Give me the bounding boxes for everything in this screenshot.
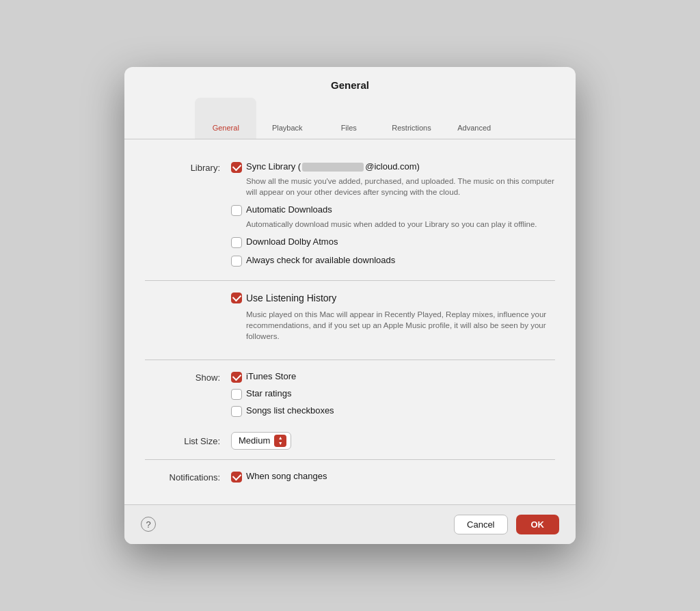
star-ratings-row: Star ratings (231, 388, 555, 400)
footer: ? Cancel OK (124, 504, 576, 544)
notifications-section: Notifications: When song changes (145, 463, 555, 491)
divider-3 (145, 459, 555, 460)
songs-list-label: Songs list checkboxes (246, 405, 334, 417)
help-button[interactable]: ? (141, 517, 156, 532)
dolby-atmos-label: Download Dolby Atmos (246, 236, 338, 248)
auto-downloads-description: Automatically download music when added … (246, 219, 555, 230)
toolbar: General Playback Files (124, 91, 576, 139)
listening-history-empty-label (145, 292, 220, 293)
show-content: iTunes Store Star ratings Songs list che… (231, 371, 555, 420)
show-section: Show: iTunes Store Star ratings Songs li… (145, 363, 555, 428)
sync-library-row: Sync Library (@icloud.com) (231, 161, 555, 173)
list-size-value: Medium (239, 435, 270, 446)
songs-list-checkbox[interactable] (231, 406, 242, 417)
tab-general-label: General (213, 124, 239, 132)
sync-library-description: Show all the music you've added, purchas… (246, 176, 555, 198)
dolby-atmos-checkbox[interactable] (231, 237, 242, 248)
ok-button[interactable]: OK (516, 515, 560, 534)
itunes-store-label: iTunes Store (246, 371, 296, 383)
when-song-changes-checkbox[interactable] (231, 472, 242, 483)
listening-history-description: Music played on this Mac will appear in … (246, 309, 555, 342)
library-label: Library: (145, 161, 220, 173)
itunes-store-row: iTunes Store (231, 371, 555, 383)
when-song-changes-label: When song changes (246, 471, 327, 483)
title-text: General (331, 79, 369, 91)
content-area: Library: Sync Library (@icloud.com) Show… (124, 139, 576, 504)
listening-history-label: Use Listening History (246, 292, 336, 304)
auto-downloads-row: Automatic Downloads (231, 204, 555, 216)
listening-history-section: Use Listening History Music played on th… (145, 284, 555, 356)
songs-list-row: Songs list checkboxes (231, 405, 555, 417)
email-blur (302, 163, 364, 172)
notifications-label: Notifications: (145, 471, 220, 483)
tab-restrictions-label: Restrictions (392, 124, 431, 132)
tab-restrictions[interactable]: Restrictions (379, 98, 443, 139)
list-size-select[interactable]: Medium (231, 432, 291, 450)
tab-playback-label: Playback (272, 124, 303, 132)
divider-2 (145, 359, 555, 360)
footer-buttons: Cancel OK (454, 515, 559, 534)
always-check-label: Always check for available downloads (246, 255, 395, 267)
list-size-content: Medium (231, 432, 555, 450)
tab-files[interactable]: Files (318, 98, 379, 139)
sync-library-label: Sync Library (@icloud.com) (246, 161, 420, 173)
dolby-atmos-row: Download Dolby Atmos (231, 236, 555, 248)
tab-files-label: Files (341, 124, 357, 132)
notifications-content: When song changes (231, 471, 555, 485)
window-title: General (124, 67, 576, 91)
star-ratings-label: Star ratings (246, 388, 291, 400)
itunes-store-checkbox[interactable] (231, 372, 242, 383)
tab-advanced-label: Advanced (457, 124, 491, 132)
listening-history-content: Use Listening History Music played on th… (231, 292, 555, 348)
always-check-row: Always check for available downloads (231, 255, 555, 267)
star-ratings-checkbox[interactable] (231, 389, 242, 400)
divider-1 (145, 280, 555, 281)
preferences-dialog: General General Playback (124, 67, 576, 544)
tab-advanced[interactable]: Advanced (444, 98, 505, 139)
listening-history-row: Use Listening History (231, 292, 555, 304)
list-size-arrow (274, 435, 286, 447)
library-content: Sync Library (@icloud.com) Show all the … (231, 161, 555, 269)
auto-downloads-label: Automatic Downloads (246, 204, 332, 216)
tab-playback[interactable]: Playback (256, 98, 318, 139)
show-label: Show: (145, 371, 220, 383)
cancel-button[interactable]: Cancel (454, 515, 507, 534)
list-size-label: List Size: (145, 435, 220, 446)
listening-history-checkbox[interactable] (231, 293, 242, 303)
sync-library-checkbox[interactable] (231, 162, 242, 173)
library-section: Library: Sync Library (@icloud.com) Show… (145, 153, 555, 277)
tab-general[interactable]: General (195, 98, 256, 139)
auto-downloads-checkbox[interactable] (231, 205, 242, 216)
always-check-checkbox[interactable] (231, 256, 242, 267)
when-song-changes-row: When song changes (231, 471, 555, 483)
list-size-section: List Size: Medium (145, 428, 555, 457)
